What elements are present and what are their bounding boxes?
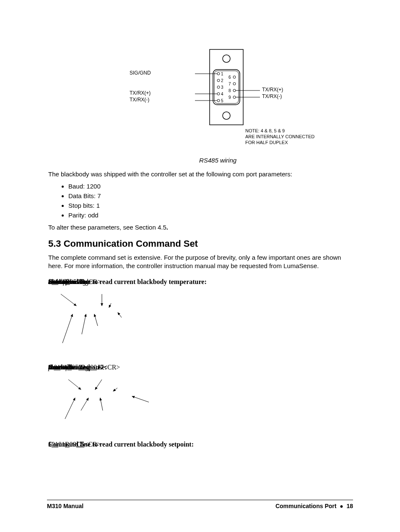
- cmd2-code: $0101R09C5<CR>: [48, 441, 101, 448]
- svg-line-33: [82, 314, 86, 334]
- param-databits: Data Bits: 7: [68, 192, 354, 199]
- svg-text:8: 8: [229, 88, 231, 93]
- wiring-caption: RS485 wiring: [82, 157, 354, 164]
- svg-line-37: [113, 388, 117, 391]
- footer-rule: [47, 500, 353, 500]
- command-read-temp-block: Command line to read current blackbody t…: [48, 278, 354, 354]
- svg-point-11: [217, 93, 220, 95]
- svg-point-9: [217, 86, 220, 88]
- svg-text:5: 5: [221, 98, 223, 103]
- svg-point-4: [223, 112, 230, 119]
- svg-line-40: [100, 398, 103, 411]
- wiring-note: NOTE: 4 & 8, 5 & 9 ARE INTERNALLY CONNEC…: [245, 128, 314, 145]
- alter-paragraph: To alter these parameters, see Section 4…: [48, 224, 354, 231]
- svg-point-21: [233, 96, 236, 98]
- svg-point-3: [223, 55, 230, 62]
- svg-text:4: 4: [221, 92, 223, 96]
- svg-line-41: [65, 398, 75, 419]
- param-parity: Parity: odd: [68, 212, 354, 219]
- svg-text:3: 3: [221, 85, 223, 90]
- footer-right: Communications Port ● 18: [275, 503, 353, 509]
- svg-line-38: [132, 396, 149, 402]
- label-txrx-minus-left: TX/RX(-): [130, 97, 149, 103]
- svg-text:9: 9: [229, 95, 231, 100]
- svg-text:1: 1: [221, 72, 223, 76]
- svg-point-17: [233, 83, 236, 85]
- label-txrx-plus-left: TX/RX(+): [130, 90, 151, 96]
- svg-line-28: [61, 294, 76, 306]
- svg-point-19: [233, 89, 236, 92]
- svg-point-5: [217, 72, 220, 75]
- svg-text:7: 7: [229, 82, 231, 86]
- svg-line-36: [95, 380, 102, 390]
- svg-rect-2: [214, 71, 239, 103]
- svg-rect-0: [210, 49, 243, 125]
- rs485-wiring-diagram: 1 2 3 4 5 6 7 8 9 SIG/GND TX/RX(+) TX/RX…: [128, 46, 329, 155]
- svg-line-30: [109, 303, 111, 307]
- svg-line-35: [68, 380, 81, 390]
- param-baud: Baud: 1200: [68, 183, 354, 190]
- svg-point-7: [217, 79, 220, 82]
- footer-left: M310 Manual: [47, 503, 83, 509]
- param-list: Baud: 1200 Data Bits: 7 Stop bits: 1 Par…: [68, 183, 354, 219]
- label-txrx-minus-right: TX/RX(-): [262, 93, 282, 99]
- svg-line-31: [118, 312, 122, 318]
- label-siggnd: SIG/GND: [130, 70, 151, 76]
- param-stopbits: Stop bits: 1: [68, 202, 354, 209]
- label-txrx-plus-right: TX/RX(+): [262, 87, 283, 93]
- command-read-setpoint-block: Command line to read current blackbody s…: [48, 441, 354, 462]
- section-body: The complete command set is extensive. F…: [48, 253, 354, 271]
- section-heading-53: 5.3 Communication Command Set: [48, 238, 354, 249]
- intro-paragraph: The blackbody was shipped with the contr…: [48, 170, 354, 178]
- controller-response-block: Controller response: Controller ID Read …: [48, 364, 354, 431]
- svg-text:2: 2: [221, 78, 223, 83]
- svg-line-39: [81, 398, 88, 411]
- svg-text:6: 6: [229, 75, 231, 80]
- svg-line-32: [94, 314, 98, 326]
- svg-line-34: [62, 314, 73, 343]
- svg-point-15: [233, 76, 236, 78]
- svg-point-13: [217, 99, 220, 102]
